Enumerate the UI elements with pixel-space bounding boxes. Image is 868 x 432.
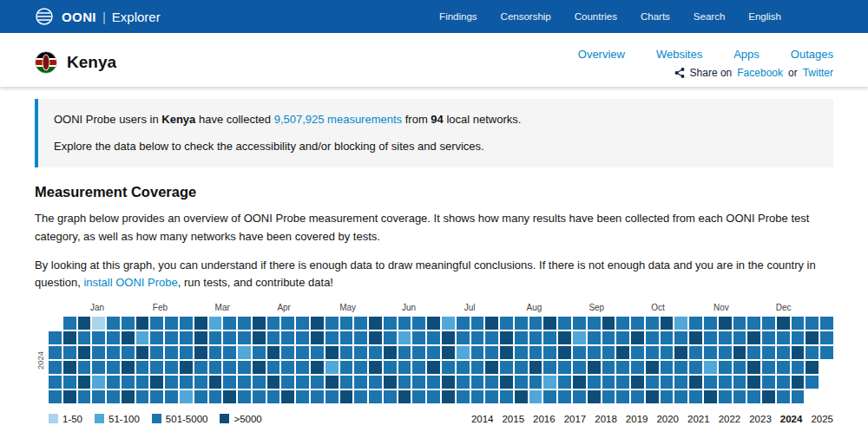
nav-item-censorship[interactable]: Censorship xyxy=(501,11,551,22)
heatmap-cell[interactable] xyxy=(427,361,440,374)
heatmap-cell[interactable] xyxy=(150,317,163,330)
year-item[interactable]: 2022 xyxy=(719,414,741,424)
heatmap-cell[interactable] xyxy=(122,317,135,330)
heatmap-cell[interactable] xyxy=(281,346,294,359)
heatmap-cell[interactable] xyxy=(558,346,571,359)
heatmap-cell[interactable] xyxy=(296,331,309,344)
heatmap-cell[interactable] xyxy=(820,317,833,330)
heatmap-cell[interactable] xyxy=(384,361,397,374)
heatmap-cell[interactable] xyxy=(412,317,425,330)
heatmap-cell[interactable] xyxy=(616,317,629,330)
heatmap-cell[interactable] xyxy=(209,317,222,330)
heatmap-cell[interactable] xyxy=(457,390,470,403)
heatmap-cell[interactable] xyxy=(500,390,513,403)
heatmap-cell[interactable] xyxy=(588,390,601,403)
heatmap-cell[interactable] xyxy=(558,331,571,344)
tab-outages[interactable]: Outages xyxy=(791,48,833,61)
heatmap-cell[interactable] xyxy=(689,346,702,359)
heatmap-cell[interactable] xyxy=(398,346,411,359)
heatmap-cell[interactable] xyxy=(63,361,76,374)
facebook-share-link[interactable]: Facebook xyxy=(737,67,783,79)
heatmap-cell[interactable] xyxy=(733,346,746,359)
heatmap-cell[interactable] xyxy=(427,390,440,403)
heatmap-cell[interactable] xyxy=(63,390,76,403)
heatmap-cell[interactable] xyxy=(631,390,644,403)
heatmap-cell[interactable] xyxy=(616,346,629,359)
heatmap-cell[interactable] xyxy=(267,390,280,403)
heatmap-cell[interactable] xyxy=(646,376,659,389)
heatmap-cell[interactable] xyxy=(719,390,732,403)
heatmap-cell[interactable] xyxy=(558,361,571,374)
heatmap-cell[interactable] xyxy=(150,376,163,389)
heatmap-cell[interactable] xyxy=(543,376,556,389)
heatmap-cell[interactable] xyxy=(704,390,717,403)
heatmap-cell[interactable] xyxy=(820,331,833,344)
heatmap-cell[interactable] xyxy=(792,390,805,403)
heatmap-cell[interactable] xyxy=(398,317,411,330)
heatmap-cell[interactable] xyxy=(457,361,470,374)
heatmap-cell[interactable] xyxy=(238,317,251,330)
heatmap-cell[interactable] xyxy=(223,376,236,389)
heatmap-cell[interactable] xyxy=(354,331,367,344)
heatmap-cell[interactable] xyxy=(471,346,484,359)
heatmap-cell[interactable] xyxy=(588,376,601,389)
heatmap-cell[interactable] xyxy=(412,361,425,374)
heatmap-cell[interactable] xyxy=(558,390,571,403)
heatmap-cell[interactable] xyxy=(485,346,498,359)
heatmap-cell[interactable] xyxy=(354,390,367,403)
heatmap-cell[interactable] xyxy=(369,346,382,359)
heatmap-cell[interactable] xyxy=(500,346,513,359)
heatmap-cell[interactable] xyxy=(354,361,367,374)
heatmap-cell[interactable] xyxy=(209,376,222,389)
heatmap-cell[interactable] xyxy=(296,376,309,389)
heatmap-cell[interactable] xyxy=(326,376,339,389)
heatmap-cell[interactable] xyxy=(398,331,411,344)
heatmap-cell[interactable] xyxy=(92,346,105,359)
heatmap-cell[interactable] xyxy=(180,390,193,403)
heatmap-cell[interactable] xyxy=(369,390,382,403)
heatmap-cell[interactable] xyxy=(646,346,659,359)
heatmap-cell[interactable] xyxy=(661,331,674,344)
heatmap-cell[interactable] xyxy=(340,331,353,344)
heatmap-cell[interactable] xyxy=(674,331,687,344)
heatmap-cell[interactable] xyxy=(792,376,805,389)
heatmap-cell[interactable] xyxy=(573,346,586,359)
heatmap-cell[interactable] xyxy=(180,376,193,389)
heatmap-cell[interactable] xyxy=(165,376,178,389)
heatmap-cell[interactable] xyxy=(543,390,556,403)
heatmap-cell[interactable] xyxy=(747,361,760,374)
heatmap-cell[interactable] xyxy=(631,376,644,389)
heatmap-cell[interactable] xyxy=(122,390,135,403)
heatmap-cell[interactable] xyxy=(442,361,455,374)
nav-item-countries[interactable]: Countries xyxy=(575,11,617,22)
heatmap-cell[interactable] xyxy=(485,317,498,330)
heatmap-cell[interactable] xyxy=(500,317,513,330)
heatmap-cell[interactable] xyxy=(384,346,397,359)
heatmap-cell[interactable] xyxy=(326,317,339,330)
heatmap-cell[interactable] xyxy=(457,331,470,344)
heatmap-cell[interactable] xyxy=(49,346,62,359)
heatmap-cell[interactable] xyxy=(326,331,339,344)
heatmap-cell[interactable] xyxy=(733,317,746,330)
heatmap-cell[interactable] xyxy=(500,361,513,374)
heatmap-cell[interactable] xyxy=(485,361,498,374)
heatmap-cell[interactable] xyxy=(369,376,382,389)
year-item[interactable]: 2016 xyxy=(533,414,556,424)
heatmap-cell[interactable] xyxy=(515,376,528,389)
heatmap-cell[interactable] xyxy=(661,317,674,330)
heatmap-cell[interactable] xyxy=(457,346,470,359)
heatmap-cell[interactable] xyxy=(792,346,805,359)
heatmap-cell[interactable] xyxy=(398,361,411,374)
heatmap-cell[interactable] xyxy=(122,331,135,344)
heatmap-cell[interactable] xyxy=(733,331,746,344)
heatmap-cell[interactable] xyxy=(588,346,601,359)
heatmap-cell[interactable] xyxy=(209,361,222,374)
heatmap-cell[interactable] xyxy=(311,361,324,374)
heatmap-cell[interactable] xyxy=(354,376,367,389)
heatmap-cell[interactable] xyxy=(747,376,760,389)
heatmap-cell[interactable] xyxy=(136,376,149,389)
heatmap-cell[interactable] xyxy=(384,317,397,330)
heatmap-cell[interactable] xyxy=(136,361,149,374)
heatmap-cell[interactable] xyxy=(354,317,367,330)
heatmap-cell[interactable] xyxy=(689,390,702,403)
